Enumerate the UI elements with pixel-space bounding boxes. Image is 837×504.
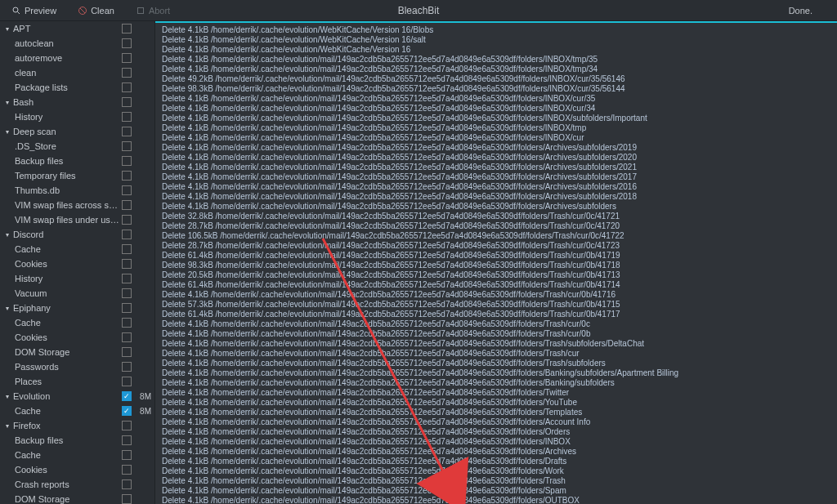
- tree-item-row[interactable]: Cookies: [0, 256, 154, 271]
- item-label: Backup files: [15, 156, 122, 166]
- item-checkbox[interactable]: [122, 200, 132, 210]
- group-checkbox[interactable]: [122, 391, 132, 401]
- disclosure-icon[interactable]: ▾: [3, 305, 11, 312]
- disclosure-icon[interactable]: ▾: [3, 393, 11, 400]
- tree-group-row[interactable]: ▾APT: [0, 21, 154, 36]
- tree-item-row[interactable]: DOM Storage: [0, 492, 154, 504]
- item-checkbox[interactable]: [122, 435, 132, 445]
- preview-button[interactable]: Preview: [5, 4, 63, 17]
- group-checkbox[interactable]: [122, 127, 132, 136]
- disclosure-icon[interactable]: ▾: [3, 231, 11, 239]
- tree-item-row[interactable]: VIM swap files under user profile: [0, 212, 154, 227]
- tree-item-row[interactable]: Cookies: [0, 462, 154, 477]
- item-checkbox[interactable]: [122, 465, 132, 475]
- log-line: Delete 32.8kB /home/derrik/.cache/evolut…: [155, 212, 837, 221]
- item-checkbox[interactable]: [122, 171, 132, 181]
- tree-item-row[interactable]: Cache8M: [0, 404, 154, 418]
- item-checkbox[interactable]: [122, 377, 132, 386]
- item-checkbox[interactable]: [122, 215, 132, 225]
- tree-item-row[interactable]: History: [0, 271, 154, 286]
- svg-line-1: [18, 11, 20, 14]
- cleaners-tree[interactable]: ▾APTautocleanautoremovecleanPackage list…: [0, 21, 155, 504]
- tree-item-row[interactable]: History: [0, 109, 154, 124]
- tree-item-row[interactable]: Cache: [0, 448, 154, 462]
- tree-item-row[interactable]: Backup files: [0, 154, 154, 168]
- tree-item-row[interactable]: Temporary files: [0, 168, 154, 183]
- log-line: Delete 57.3kB /home/derrik/.cache/evolut…: [155, 300, 837, 310]
- tree-item-row[interactable]: VIM swap files across system: [0, 198, 154, 212]
- item-checkbox[interactable]: [122, 288, 132, 298]
- disclosure-icon[interactable]: ▾: [3, 422, 11, 430]
- tree-group-row[interactable]: ▾Epiphany: [0, 301, 154, 315]
- log-line: Delete 4.1kB /home/derrik/.cache/evoluti…: [155, 339, 837, 349]
- item-checkbox[interactable]: [122, 244, 132, 254]
- clean-label: Clean: [91, 6, 114, 16]
- tree-group-row[interactable]: ▾Evolution8M: [0, 389, 154, 404]
- item-checkbox[interactable]: [122, 347, 132, 357]
- log-line: Delete 4.1kB /home/derrik/.cache/evoluti…: [155, 25, 837, 35]
- group-size: 8M: [133, 392, 153, 401]
- tree-item-row[interactable]: Passwords: [0, 359, 154, 374]
- log-line: Delete 61.4kB /home/derrik/.cache/evolut…: [155, 280, 837, 290]
- tree-item-row[interactable]: autoremove: [0, 51, 154, 65]
- log-line: Delete 4.1kB /home/derrik/.cache/evoluti…: [155, 408, 837, 417]
- log-line: Delete 4.1kB /home/derrik/.cache/evoluti…: [155, 486, 837, 496]
- tree-item-row[interactable]: Vacuum: [0, 286, 154, 301]
- tree-item-row[interactable]: Cache: [0, 242, 154, 256]
- item-checkbox[interactable]: [122, 68, 132, 78]
- item-checkbox[interactable]: [122, 112, 132, 122]
- log-line: Delete 4.1kB /home/derrik/.cache/evoluti…: [155, 427, 837, 437]
- item-checkbox[interactable]: [122, 479, 132, 489]
- item-label: Cache: [15, 450, 122, 460]
- item-checkbox[interactable]: [122, 185, 132, 195]
- log-line: Delete 98.3kB /home/derrik/.cache/evolut…: [155, 261, 837, 270]
- item-checkbox[interactable]: [122, 259, 132, 269]
- tree-item-row[interactable]: clean: [0, 65, 154, 80]
- item-label: History: [15, 112, 122, 122]
- item-checkbox[interactable]: [122, 141, 132, 151]
- item-checkbox[interactable]: [122, 494, 132, 504]
- log-line: Delete 4.1kB /home/derrik/.cache/evoluti…: [155, 466, 837, 476]
- log-line: Delete 28.7kB /home/derrik/.cache/evolut…: [155, 221, 837, 231]
- tree-item-row[interactable]: DOM Storage: [0, 345, 154, 359]
- group-checkbox[interactable]: [122, 230, 132, 239]
- log-line: Delete 4.1kB /home/derrik/.cache/evoluti…: [155, 172, 837, 182]
- disclosure-icon[interactable]: ▾: [3, 128, 11, 136]
- group-checkbox[interactable]: [122, 421, 132, 430]
- item-checkbox[interactable]: [122, 362, 132, 372]
- group-checkbox[interactable]: [122, 97, 132, 107]
- log-line: Delete 106.5kB /home/derrik/.cache/evolu…: [155, 231, 837, 241]
- tree-item-row[interactable]: .DS_Store: [0, 139, 154, 154]
- group-label: Epiphany: [13, 303, 122, 313]
- tree-item-row[interactable]: Package lists: [0, 80, 154, 95]
- tree-item-row[interactable]: Crash reports: [0, 477, 154, 492]
- disclosure-icon[interactable]: ▾: [3, 99, 11, 106]
- tree-item-row[interactable]: autoclean: [0, 36, 154, 51]
- clean-button[interactable]: Clean: [71, 4, 121, 17]
- item-checkbox[interactable]: [122, 38, 132, 48]
- item-checkbox[interactable]: [122, 318, 132, 328]
- log-line: Delete 28.7kB /home/derrik/.cache/evolut…: [155, 241, 837, 251]
- log-output[interactable]: Delete 4.1kB /home/derrik/.cache/evoluti…: [155, 21, 837, 504]
- tree-item-row[interactable]: Cache: [0, 315, 154, 330]
- item-checkbox[interactable]: [122, 450, 132, 460]
- disclosure-icon[interactable]: ▾: [3, 25, 11, 33]
- tree-group-row[interactable]: ▾Firefox: [0, 418, 154, 433]
- tree-group-row[interactable]: ▾Deep scan: [0, 124, 154, 139]
- log-line: Delete 61.4kB /home/derrik/.cache/evolut…: [155, 251, 837, 261]
- item-checkbox[interactable]: [122, 83, 132, 92]
- item-checkbox[interactable]: [122, 274, 132, 283]
- tree-group-row[interactable]: ▾Bash: [0, 95, 154, 109]
- item-checkbox[interactable]: [122, 332, 132, 342]
- item-checkbox[interactable]: [122, 406, 132, 416]
- item-label: autoremove: [15, 53, 122, 63]
- tree-item-row[interactable]: Thumbs.db: [0, 183, 154, 198]
- group-checkbox[interactable]: [122, 24, 132, 33]
- tree-item-row[interactable]: Backup files: [0, 433, 154, 448]
- group-checkbox[interactable]: [122, 303, 132, 313]
- item-checkbox[interactable]: [122, 53, 132, 63]
- item-checkbox[interactable]: [122, 156, 132, 166]
- tree-item-row[interactable]: Cookies: [0, 330, 154, 345]
- tree-group-row[interactable]: ▾Discord: [0, 227, 154, 242]
- tree-item-row[interactable]: Places: [0, 374, 154, 389]
